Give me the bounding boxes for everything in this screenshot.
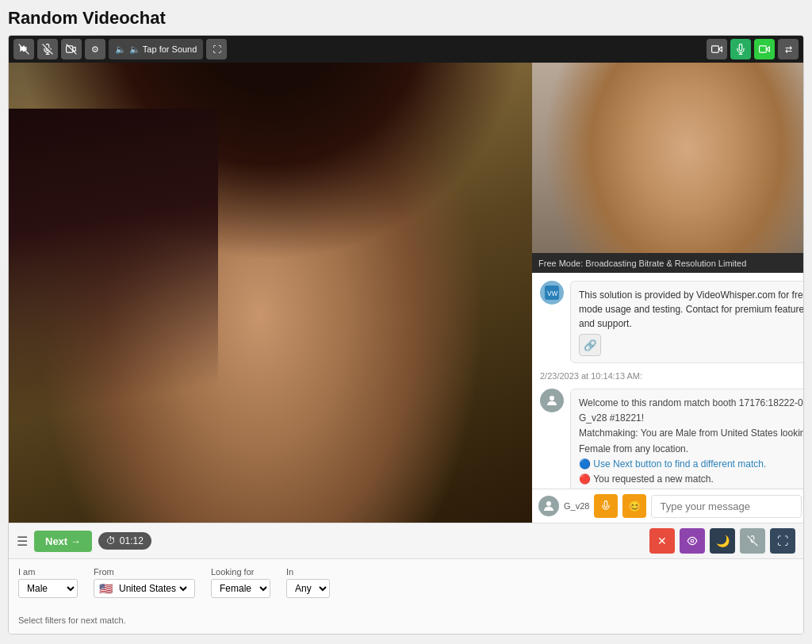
svg-point-14 [691,539,694,542]
tap-for-sound-button[interactable]: 🔈 🔈 Tap for Sound [109,39,203,59]
local-video-feed [9,63,532,523]
svg-rect-9 [760,46,767,52]
i-am-filter-group: I am Male Female [18,567,78,598]
chat-messages-area: VW This solution is provided by VideoWhi… [532,273,804,489]
in-filter-group: In Any [286,567,330,598]
sound-label: 🔈 Tap for Sound [129,44,197,55]
stop-icon: 🔴 [579,473,591,485]
chat-logo-avatar: VW [540,281,564,305]
new-match-text: You requested a new match. [593,473,714,485]
video-top-bar: ⚙ 🔈 🔈 Tap for Sound ⛶ ⇄ [9,36,803,63]
chat-message-system-logo: VW This solution is provided by VideoWhi… [540,281,804,363]
filter-row: I am Male Female From 🇺🇸 United States L… [9,558,803,634]
bottom-right-buttons: ✕ 🌙 ⛶ [649,528,795,554]
from-select-container: 🇺🇸 United States [94,579,195,598]
system-message-text: This solution is provided by VideoWhispe… [579,289,804,329]
remote-mode-text: Free Mode: Broadcasting Bitrate & Resolu… [538,259,746,268]
preview-button[interactable] [680,528,705,554]
chat-timestamp-1: 2/23/2023 at 10:14:13 AM: [540,371,804,381]
chat-bubble-welcome: Welcome to this random match booth 17176… [570,389,804,489]
top-bar-right-controls: ⇄ [707,39,799,59]
chat-bubble-system-logo: This solution is provided by VideoWhispe… [570,281,804,363]
chat-emoji-button[interactable]: 😊 [622,494,646,518]
in-select[interactable]: Any [286,579,330,598]
share-button[interactable]: ⇄ [778,39,799,59]
in-label: In [286,567,330,577]
chat-mic-button[interactable] [594,494,618,518]
night-mode-button[interactable]: 🌙 [710,528,735,554]
i-am-label: I am [18,567,78,577]
next-button[interactable]: Next → [34,531,92,552]
remote-video [532,63,804,253]
chat-input-avatar [538,496,559,516]
chat-link-button[interactable]: 🔗 [579,334,601,356]
video-section: Free Mode: Broadcasting Bitrate & Resolu… [9,63,803,523]
camera-button-right[interactable] [707,39,727,59]
camera-off-button[interactable] [13,39,34,59]
bottom-controls-bar: ☰ Next → ⏱ 01:12 ✕ 🌙 ⛶ [9,523,803,558]
settings-button[interactable]: ⚙ [85,39,105,59]
next-hint-text: Use Next button to find a different matc… [593,458,766,470]
remote-face-overlay [532,63,804,253]
menu-button[interactable]: ☰ [17,534,28,549]
from-select[interactable]: United States [116,582,190,595]
mic-button-right[interactable] [730,39,751,59]
mic-off-button[interactable] [37,39,58,59]
welcome-line2: Matchmaking: You are Male from United St… [579,427,804,454]
timer-icon: ⏱ [106,535,116,546]
expand-button[interactable]: ⛶ [206,39,227,59]
chat-message-welcome: Welcome to this random match booth 17176… [540,389,804,489]
top-bar-left-controls: ⚙ 🔈 🔈 Tap for Sound ⛶ [13,39,227,59]
svg-point-12 [550,396,554,401]
welcome-line1: Welcome to this random match booth 17176… [579,397,804,424]
i-am-select[interactable]: Male Female [18,579,78,598]
video-off-button[interactable] [61,39,82,59]
us-flag-icon: 🇺🇸 [99,582,113,595]
next-button-label: Next → [45,535,81,547]
chat-input-section: G_v28 😊 [532,489,804,523]
svg-point-13 [546,501,551,506]
next-hint-icon: 🔵 [579,458,591,470]
sound-icon: 🔈 [115,44,126,55]
looking-for-label: Looking for [211,567,270,577]
fullscreen-bottom-button[interactable]: ⛶ [770,528,795,554]
from-label: From [94,567,195,577]
local-video-placeholder [9,63,532,523]
local-video [9,63,532,523]
svg-text:VW: VW [547,290,558,297]
mute-button[interactable] [740,528,765,554]
remote-section: Free Mode: Broadcasting Bitrate & Resolu… [532,63,804,523]
chat-user-avatar [540,389,564,412]
svg-line-15 [748,536,758,546]
page-title: Random Videochat [8,8,804,29]
stop-button[interactable]: ✕ [649,528,675,554]
looking-for-select[interactable]: Female Male Any [211,579,270,598]
from-filter-group: From 🇺🇸 United States [94,567,195,598]
video-button-right[interactable] [754,39,775,59]
svg-rect-6 [712,46,719,52]
chat-user-badge: G_v28 [564,501,589,511]
remote-mode-bar: Free Mode: Broadcasting Bitrate & Resolu… [532,253,804,273]
timer-value: 01:12 [120,535,144,546]
timer-display: ⏱ 01:12 [98,532,151,550]
looking-for-filter-group: Looking for Female Male Any [211,567,270,598]
chat-message-input[interactable] [651,495,802,518]
filter-note: Select filters for next match. [18,615,126,625]
